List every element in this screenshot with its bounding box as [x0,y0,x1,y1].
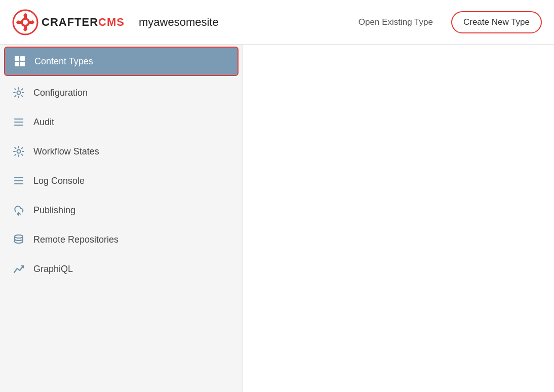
sidebar-item-label-content-types: Content Types [34,56,93,67]
configuration-gear-icon [12,87,25,98]
sidebar-item-configuration[interactable]: Configuration [0,78,243,107]
open-existing-button[interactable]: Open Existing Type [352,13,439,31]
sidebar-item-label-configuration: Configuration [33,88,88,98]
svg-point-19 [17,150,21,153]
sidebar-item-publishing[interactable]: Publishing [0,195,243,225]
sidebar-item-log-console[interactable]: Log Console [0,166,243,195]
main-content [243,45,554,392]
sidebar-item-label-workflow-states: Workflow States [33,146,99,157]
sidebar: Content Types Configuration Audit [0,45,243,392]
workflow-gear-icon [12,146,25,157]
svg-rect-11 [15,56,19,61]
svg-rect-12 [20,56,25,61]
grid-icon [13,56,26,67]
create-new-button[interactable]: Create New Type [451,11,542,33]
svg-rect-13 [15,62,19,66]
sidebar-item-workflow-states[interactable]: Workflow States [0,137,243,166]
sidebar-item-content-types[interactable]: Content Types [4,47,239,76]
svg-point-2 [23,20,28,25]
svg-point-15 [17,91,21,95]
sidebar-item-label-graphiql: GraphiQL [33,264,73,275]
app-header: CRAFTERCMS myawesomesite Open Existing T… [0,0,554,45]
audit-lines-icon [12,116,25,128]
svg-point-23 [15,235,23,238]
sidebar-item-label-publishing: Publishing [33,205,75,216]
sidebar-item-audit[interactable]: Audit [0,107,243,137]
graphiql-chart-icon [12,263,25,275]
site-name: myawesomesite [139,16,219,29]
svg-rect-14 [20,62,25,66]
logo: CRAFTERCMS [12,9,125,35]
sidebar-item-label-log-console: Log Console [33,176,85,186]
sidebar-item-remote-repositories[interactable]: Remote Repositories [0,225,243,254]
remote-db-icon [12,234,25,245]
sidebar-item-label-remote-repositories: Remote Repositories [33,234,118,245]
header-nav: Open Existing Type Create New Type [352,11,542,33]
logo-cms-text: CMS [98,16,125,29]
logo-crafter-text: CRAFTER [42,16,98,29]
sidebar-item-label-audit: Audit [33,117,54,128]
log-lines-icon [12,175,25,186]
main-layout: Content Types Configuration Audit [0,45,554,392]
logo-icon [12,9,38,35]
sidebar-item-graphiql[interactable]: GraphiQL [0,254,243,284]
publishing-cloud-icon [12,205,25,216]
